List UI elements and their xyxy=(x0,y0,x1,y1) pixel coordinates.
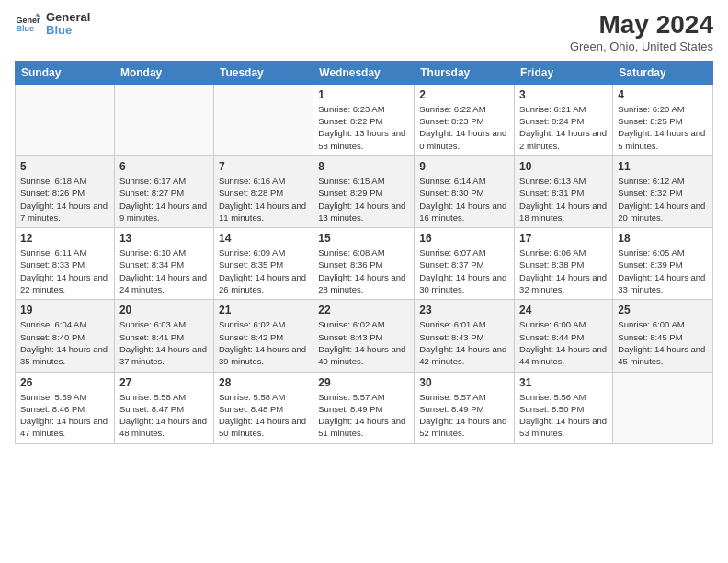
calendar-day-cell: 10Sunrise: 6:13 AMSunset: 8:31 PMDayligh… xyxy=(515,155,613,227)
calendar-day-cell: 13Sunrise: 6:10 AMSunset: 8:34 PMDayligh… xyxy=(114,228,213,300)
day-number: 26 xyxy=(20,376,109,389)
day-info: Sunrise: 5:57 AMSunset: 8:49 PMDaylight:… xyxy=(419,391,509,440)
calendar-day-cell: 25Sunrise: 6:00 AMSunset: 8:45 PMDayligh… xyxy=(613,300,713,372)
calendar-header-row: SundayMondayTuesdayWednesdayThursdayFrid… xyxy=(16,61,713,84)
calendar-header-wednesday: Wednesday xyxy=(313,61,415,84)
day-number: 7 xyxy=(219,160,308,173)
calendar-day-cell: 2Sunrise: 6:22 AMSunset: 8:23 PMDaylight… xyxy=(415,84,515,155)
day-number: 1 xyxy=(318,88,409,101)
day-number: 12 xyxy=(20,232,109,245)
calendar-day-cell: 12Sunrise: 6:11 AMSunset: 8:33 PMDayligh… xyxy=(16,228,115,300)
day-number: 17 xyxy=(519,232,608,245)
calendar-day-cell: 5Sunrise: 6:18 AMSunset: 8:26 PMDaylight… xyxy=(16,155,115,227)
calendar-day-cell xyxy=(213,84,313,155)
page: General Blue General Blue May 2024 Green… xyxy=(0,0,728,563)
calendar-day-cell: 29Sunrise: 5:57 AMSunset: 8:49 PMDayligh… xyxy=(313,372,415,443)
day-info: Sunrise: 6:17 AMSunset: 8:27 PMDaylight:… xyxy=(119,175,209,224)
day-info: Sunrise: 5:58 AMSunset: 8:47 PMDaylight:… xyxy=(119,391,209,440)
day-info: Sunrise: 6:05 AMSunset: 8:39 PMDaylight:… xyxy=(618,247,708,295)
calendar-header-thursday: Thursday xyxy=(415,61,515,84)
main-title: May 2024 xyxy=(570,11,713,40)
calendar-day-cell: 7Sunrise: 6:16 AMSunset: 8:28 PMDaylight… xyxy=(213,155,313,227)
header: General Blue General Blue May 2024 Green… xyxy=(15,11,713,53)
calendar-day-cell: 8Sunrise: 6:15 AMSunset: 8:29 PMDaylight… xyxy=(313,155,415,227)
calendar-day-cell: 22Sunrise: 6:02 AMSunset: 8:43 PMDayligh… xyxy=(313,300,415,372)
day-info: Sunrise: 6:21 AMSunset: 8:24 PMDaylight:… xyxy=(519,103,608,152)
calendar-day-cell: 14Sunrise: 6:09 AMSunset: 8:35 PMDayligh… xyxy=(213,228,313,300)
calendar-week-row: 1Sunrise: 6:23 AMSunset: 8:22 PMDaylight… xyxy=(16,84,713,155)
day-info: Sunrise: 6:18 AMSunset: 8:26 PMDaylight:… xyxy=(20,175,109,224)
day-info: Sunrise: 6:15 AMSunset: 8:29 PMDaylight:… xyxy=(318,175,409,224)
calendar-day-cell: 23Sunrise: 6:01 AMSunset: 8:43 PMDayligh… xyxy=(415,300,515,372)
day-info: Sunrise: 6:03 AMSunset: 8:41 PMDaylight:… xyxy=(119,318,209,367)
day-number: 3 xyxy=(519,88,608,101)
logo-icon: General Blue xyxy=(15,11,40,37)
calendar-day-cell: 28Sunrise: 5:58 AMSunset: 8:48 PMDayligh… xyxy=(213,372,313,443)
day-number: 27 xyxy=(119,376,209,389)
day-info: Sunrise: 6:04 AMSunset: 8:40 PMDaylight:… xyxy=(20,318,109,367)
calendar-week-row: 19Sunrise: 6:04 AMSunset: 8:40 PMDayligh… xyxy=(16,300,713,372)
day-info: Sunrise: 5:59 AMSunset: 8:46 PMDaylight:… xyxy=(20,391,109,440)
day-number: 24 xyxy=(519,304,608,316)
day-number: 29 xyxy=(318,376,409,389)
day-info: Sunrise: 5:57 AMSunset: 8:49 PMDaylight:… xyxy=(318,391,409,440)
calendar-day-cell: 30Sunrise: 5:57 AMSunset: 8:49 PMDayligh… xyxy=(415,372,515,443)
day-number: 28 xyxy=(219,376,308,389)
calendar-week-row: 12Sunrise: 6:11 AMSunset: 8:33 PMDayligh… xyxy=(16,228,713,300)
day-info: Sunrise: 6:00 AMSunset: 8:44 PMDaylight:… xyxy=(519,318,608,367)
calendar-table: SundayMondayTuesdayWednesdayThursdayFrid… xyxy=(15,61,713,444)
logo-text-blue: Blue xyxy=(46,24,90,37)
logo: General Blue General Blue xyxy=(15,11,90,38)
subtitle: Green, Ohio, United States xyxy=(570,40,713,53)
day-info: Sunrise: 6:02 AMSunset: 8:42 PMDaylight:… xyxy=(219,318,308,367)
day-info: Sunrise: 6:20 AMSunset: 8:25 PMDaylight:… xyxy=(618,103,708,152)
day-number: 13 xyxy=(119,232,209,245)
calendar-day-cell: 21Sunrise: 6:02 AMSunset: 8:42 PMDayligh… xyxy=(213,300,313,372)
calendar-day-cell: 11Sunrise: 6:12 AMSunset: 8:32 PMDayligh… xyxy=(613,155,713,227)
day-number: 25 xyxy=(618,304,708,316)
calendar-day-cell: 17Sunrise: 6:06 AMSunset: 8:38 PMDayligh… xyxy=(515,228,613,300)
day-info: Sunrise: 6:08 AMSunset: 8:36 PMDaylight:… xyxy=(318,247,409,295)
calendar-header-tuesday: Tuesday xyxy=(213,61,313,84)
calendar-week-row: 26Sunrise: 5:59 AMSunset: 8:46 PMDayligh… xyxy=(16,372,713,443)
day-number: 21 xyxy=(219,304,308,316)
calendar-day-cell: 6Sunrise: 6:17 AMSunset: 8:27 PMDaylight… xyxy=(114,155,213,227)
calendar-day-cell: 4Sunrise: 6:20 AMSunset: 8:25 PMDaylight… xyxy=(613,84,713,155)
calendar-day-cell: 19Sunrise: 6:04 AMSunset: 8:40 PMDayligh… xyxy=(16,300,115,372)
calendar-day-cell: 26Sunrise: 5:59 AMSunset: 8:46 PMDayligh… xyxy=(16,372,115,443)
calendar-day-cell: 1Sunrise: 6:23 AMSunset: 8:22 PMDaylight… xyxy=(313,84,415,155)
calendar-day-cell: 20Sunrise: 6:03 AMSunset: 8:41 PMDayligh… xyxy=(114,300,213,372)
calendar-day-cell: 15Sunrise: 6:08 AMSunset: 8:36 PMDayligh… xyxy=(313,228,415,300)
calendar-header-sunday: Sunday xyxy=(16,61,115,84)
calendar-header-saturday: Saturday xyxy=(613,61,713,84)
day-info: Sunrise: 6:00 AMSunset: 8:45 PMDaylight:… xyxy=(618,318,708,367)
day-info: Sunrise: 5:56 AMSunset: 8:50 PMDaylight:… xyxy=(519,391,608,440)
day-number: 5 xyxy=(20,160,109,173)
title-block: May 2024 Green, Ohio, United States xyxy=(570,11,713,53)
svg-text:Blue: Blue xyxy=(16,25,34,34)
svg-text:General: General xyxy=(16,16,40,25)
day-number: 30 xyxy=(419,376,509,389)
calendar-header-monday: Monday xyxy=(114,61,213,84)
calendar-day-cell: 27Sunrise: 5:58 AMSunset: 8:47 PMDayligh… xyxy=(114,372,213,443)
calendar-header-friday: Friday xyxy=(515,61,613,84)
day-info: Sunrise: 6:01 AMSunset: 8:43 PMDaylight:… xyxy=(419,318,509,367)
day-info: Sunrise: 6:10 AMSunset: 8:34 PMDaylight:… xyxy=(119,247,209,295)
day-info: Sunrise: 6:02 AMSunset: 8:43 PMDaylight:… xyxy=(318,318,409,367)
day-number: 16 xyxy=(419,232,509,245)
day-info: Sunrise: 6:12 AMSunset: 8:32 PMDaylight:… xyxy=(618,175,708,224)
day-number: 10 xyxy=(519,160,608,173)
day-number: 9 xyxy=(419,160,509,173)
calendar-day-cell: 9Sunrise: 6:14 AMSunset: 8:30 PMDaylight… xyxy=(415,155,515,227)
day-number: 8 xyxy=(318,160,409,173)
day-info: Sunrise: 6:13 AMSunset: 8:31 PMDaylight:… xyxy=(519,175,608,224)
day-info: Sunrise: 6:11 AMSunset: 8:33 PMDaylight:… xyxy=(20,247,109,295)
day-number: 22 xyxy=(318,304,409,316)
day-info: Sunrise: 6:09 AMSunset: 8:35 PMDaylight:… xyxy=(219,247,308,295)
day-info: Sunrise: 5:58 AMSunset: 8:48 PMDaylight:… xyxy=(219,391,308,440)
day-number: 2 xyxy=(419,88,509,101)
calendar-day-cell: 31Sunrise: 5:56 AMSunset: 8:50 PMDayligh… xyxy=(515,372,613,443)
calendar-day-cell: 16Sunrise: 6:07 AMSunset: 8:37 PMDayligh… xyxy=(415,228,515,300)
logo-text-general: General xyxy=(46,11,90,24)
day-info: Sunrise: 6:22 AMSunset: 8:23 PMDaylight:… xyxy=(419,103,509,152)
